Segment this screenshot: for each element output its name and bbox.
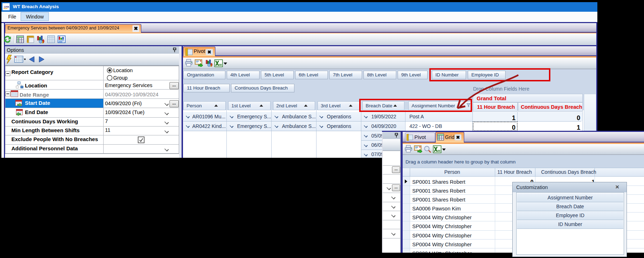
svg-text:CFRS: CFRS (4, 6, 9, 8)
